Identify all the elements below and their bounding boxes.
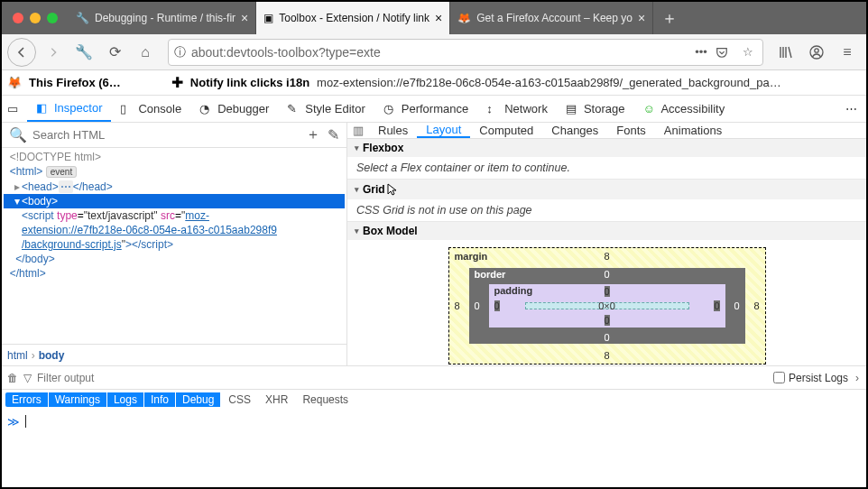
reader-icon[interactable]: ••• xyxy=(692,45,710,59)
crumb-body[interactable]: body xyxy=(39,349,65,362)
forward-button[interactable] xyxy=(40,39,67,66)
add-node-button[interactable]: ＋ xyxy=(303,125,323,144)
reload-button[interactable]: ⟳ xyxy=(101,39,128,66)
new-tab-button[interactable]: ＋ xyxy=(653,2,686,34)
account-icon[interactable] xyxy=(803,39,830,66)
filter-info[interactable]: Info xyxy=(144,392,176,407)
ruletab-animations[interactable]: Animations xyxy=(655,123,731,138)
padding-top[interactable]: 0 xyxy=(604,286,609,297)
ruletab-computed[interactable]: Computed xyxy=(470,123,542,138)
section-header[interactable]: ▾Flexbox xyxy=(347,139,866,157)
library-icon[interactable] xyxy=(772,39,799,66)
box-model-margin[interactable]: margin 8 8 8 8 border 0 0 0 0 padding 0 xyxy=(448,247,766,364)
filter-css[interactable]: CSS xyxy=(221,392,258,407)
home-button[interactable]: ⌂ xyxy=(132,39,159,66)
crumb-html[interactable]: html xyxy=(7,349,28,362)
browser-tab[interactable]: 🦊 Get a Firefox Account – Keep yo × xyxy=(450,2,653,34)
filter-requests[interactable]: Requests xyxy=(295,392,356,407)
toolbox-icon: ▣ xyxy=(263,12,273,24)
persist-logs-toggle[interactable]: Persist Logs xyxy=(773,372,848,384)
dom-html-close[interactable]: </html> xyxy=(10,267,46,280)
close-tab-icon[interactable]: × xyxy=(435,11,442,25)
close-tab-icon[interactable]: × xyxy=(638,11,645,25)
tab-network[interactable]: ↕Network xyxy=(477,96,557,122)
event-badge[interactable]: event xyxy=(46,166,77,178)
devtools-meatball-icon[interactable]: ⋯ xyxy=(836,96,866,122)
section-header[interactable]: ▾Box Model xyxy=(347,222,866,240)
trash-icon[interactable]: 🗑 xyxy=(7,372,18,384)
url-bar[interactable]: ⓘ ••• ☆ xyxy=(168,39,763,66)
filter-logs[interactable]: Logs xyxy=(107,392,144,407)
close-window-icon[interactable] xyxy=(13,13,23,23)
pane-toggle-icon[interactable]: ▥ xyxy=(353,124,364,137)
box-model-padding[interactable]: padding 0 0 0 0 0×0 xyxy=(489,284,725,328)
ruletab-changes[interactable]: Changes xyxy=(542,123,607,138)
ruletab-rules[interactable]: Rules xyxy=(369,123,417,138)
margin-top[interactable]: 8 xyxy=(604,251,609,262)
section-header[interactable]: ▾Grid xyxy=(347,180,866,199)
cursor-icon xyxy=(385,182,400,197)
tab-debugger[interactable]: ◔Debugger xyxy=(190,96,278,122)
box-model-content[interactable]: 0×0 xyxy=(525,302,689,309)
devtools-tabbar: ▭ ◧Inspector ▯Console ◔Debugger ✎Style E… xyxy=(2,96,866,123)
tab-performance[interactable]: ◷Performance xyxy=(374,96,477,122)
dom-body-close[interactable]: </body> xyxy=(15,253,54,265)
devtools-button[interactable]: 🔧 xyxy=(70,39,97,66)
filter-debug[interactable]: Debug xyxy=(176,392,221,407)
tab-accessibility[interactable]: ☺Accessibility xyxy=(633,96,734,122)
rules-tabbar: ▥ Rules Layout Computed Changes Fonts An… xyxy=(347,123,866,139)
nav-toolbar: 🔧 ⟳ ⌂ ⓘ ••• ☆ ≡ xyxy=(2,34,866,70)
url-input[interactable] xyxy=(191,45,687,60)
border-left[interactable]: 0 xyxy=(475,300,480,311)
console-input-row[interactable]: ≫ xyxy=(2,410,866,433)
margin-right[interactable]: 8 xyxy=(753,300,759,311)
margin-bottom[interactable]: 8 xyxy=(604,350,609,361)
tab-style-editor[interactable]: ✎Style Editor xyxy=(278,96,374,122)
tab-label: Toolbox - Extension / Notify link xyxy=(279,12,429,24)
back-button[interactable] xyxy=(7,38,36,67)
dom-head[interactable]: <head>⋯</head> xyxy=(22,180,113,193)
console-prompt-icon: ≫ xyxy=(7,415,20,429)
close-tab-icon[interactable]: × xyxy=(241,11,248,25)
box-model-border[interactable]: border 0 0 0 0 padding 0 0 0 0 0×0 xyxy=(469,268,745,344)
dom-selected-row[interactable]: ▾<body> xyxy=(4,194,345,208)
tab-storage[interactable]: ▤Storage xyxy=(557,96,634,122)
margin-left[interactable]: 8 xyxy=(455,300,460,311)
search-html-input[interactable] xyxy=(31,128,303,142)
console-filter-input[interactable] xyxy=(37,372,768,384)
padding-bottom[interactable]: 0 xyxy=(604,315,609,326)
bookmark-icon[interactable]: ☆ xyxy=(739,45,757,59)
menu-icon[interactable]: ≡ xyxy=(834,39,861,66)
browser-tab[interactable]: ▣ Toolbox - Extension / Notify link × xyxy=(256,2,450,34)
dom-tree[interactable]: <!DOCTYPE html> <html> event ▸<head>⋯</h… xyxy=(2,148,346,344)
zoom-window-icon[interactable] xyxy=(47,13,58,23)
padding-left[interactable]: 0 xyxy=(494,300,500,311)
border-right[interactable]: 0 xyxy=(734,300,739,311)
dom-doctype[interactable]: <!DOCTYPE html> xyxy=(10,151,101,163)
border-top[interactable]: 0 xyxy=(604,269,609,280)
pocket-icon[interactable] xyxy=(716,46,734,59)
border-bottom[interactable]: 0 xyxy=(604,332,609,343)
filter-warnings[interactable]: Warnings xyxy=(49,392,107,407)
filter-xhr[interactable]: XHR xyxy=(258,392,295,407)
tab-inspector[interactable]: ◧Inspector xyxy=(27,96,111,122)
filter-errors[interactable]: Errors xyxy=(5,392,49,407)
twisty-icon[interactable]: ▸ xyxy=(13,180,22,194)
console-filter-row: Errors Warnings Logs Info Debug CSS XHR … xyxy=(2,390,866,410)
chevron-right-icon[interactable]: › xyxy=(854,372,861,384)
minimize-window-icon[interactable] xyxy=(30,13,41,23)
dom-script[interactable]: <script type="text/javascript" src="moz- xyxy=(4,208,345,223)
eyedropper-icon[interactable]: ✎ xyxy=(323,126,343,143)
browser-tab[interactable]: 🔧 Debugging - Runtime / this-fir × xyxy=(69,2,256,34)
iframe-picker-icon[interactable]: ▭ xyxy=(2,96,27,122)
persist-logs-checkbox[interactable] xyxy=(773,372,785,383)
ruletab-layout[interactable]: Layout xyxy=(417,123,470,138)
ruletab-fonts[interactable]: Fonts xyxy=(607,123,655,138)
chevron-right-icon: › xyxy=(32,349,35,362)
dom-html-open[interactable]: <html> xyxy=(10,165,43,178)
svg-point-1 xyxy=(815,48,818,51)
tab-console[interactable]: ▯Console xyxy=(111,96,190,122)
info-icon[interactable]: ⓘ xyxy=(174,44,186,60)
filter-icon: ▽ xyxy=(23,372,32,384)
padding-right[interactable]: 0 xyxy=(714,300,719,311)
